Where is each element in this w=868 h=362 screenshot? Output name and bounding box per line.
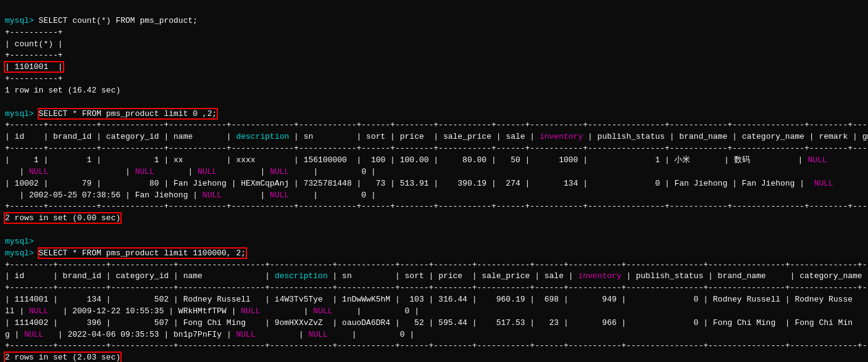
line-2: +----------+ [5, 28, 63, 37]
prompt: mysql> [5, 16, 39, 25]
line-7: 1 row in set (16.42 sec) [5, 86, 120, 95]
line-36: +---------+----------+-------------+----… [5, 341, 868, 350]
line-3: | count(*) | [5, 39, 63, 49]
line-38: 2 rows in set (2.03 sec) [5, 353, 120, 362]
line-26: +---------+----------+-------------+----… [5, 260, 868, 269]
line-9: mysql> SELECT * FROM pms_product limit 0… [5, 109, 217, 118]
line-6: +----------+ [5, 74, 63, 83]
line-20: +-------+----------+-------------+------… [5, 202, 868, 211]
line-24: mysql> [5, 237, 34, 246]
line-33: ll | NULL | 2009-12-22 10:55:35 | WRkHMt… [5, 306, 419, 316]
line-19: | 2002-05-25 07:38:56 | Fan Jiehong | NU… [5, 191, 376, 200]
line-16: | 1 | 1 | 1 | xx | xxxx | 156100000 | 10… [5, 155, 827, 165]
line-18: | 10002 | 79 | 80 | Fan Jiehong | HEXmCq… [5, 179, 833, 188]
line-4: +----------+ [5, 51, 63, 60]
line-25: mysql> SELECT * FROM pms_product limit 1… [5, 249, 246, 258]
line-5: | 1101001 | [5, 62, 63, 72]
line-10: +-------+----------+-------------+------… [5, 120, 868, 130]
line-1: mysql> SELECT count(*) FROM pms_product; [5, 16, 198, 25]
line-35: g | NULL | 2022-04-06 09:35:53 | bn1p7Pn… [5, 330, 414, 339]
line-13: +-------+----------+-------------+------… [5, 144, 868, 153]
line-29: +---------+----------+-------------+----… [5, 283, 868, 292]
line-32: | 1114001 | 134 | 502 | Rodney Russell |… [5, 295, 853, 304]
line-34: | 1114002 | 396 | 507 | Fong Chi Ming | … [5, 318, 853, 327]
line-28: | id | brand_id | category_id | name | d… [5, 271, 868, 281]
line-12: | id | brand_id | category_id | name | d… [5, 132, 868, 141]
cmd: SELECT count(*) FROM pms_product; [39, 16, 198, 25]
line-22: 2 rows in set (0.00 sec) [5, 213, 120, 223]
terminal-output: mysql> SELECT count(*) FROM pms_product;… [5, 4, 863, 362]
line-17: | NULL | NULL | NULL | NULL | 0 | [5, 167, 376, 176]
